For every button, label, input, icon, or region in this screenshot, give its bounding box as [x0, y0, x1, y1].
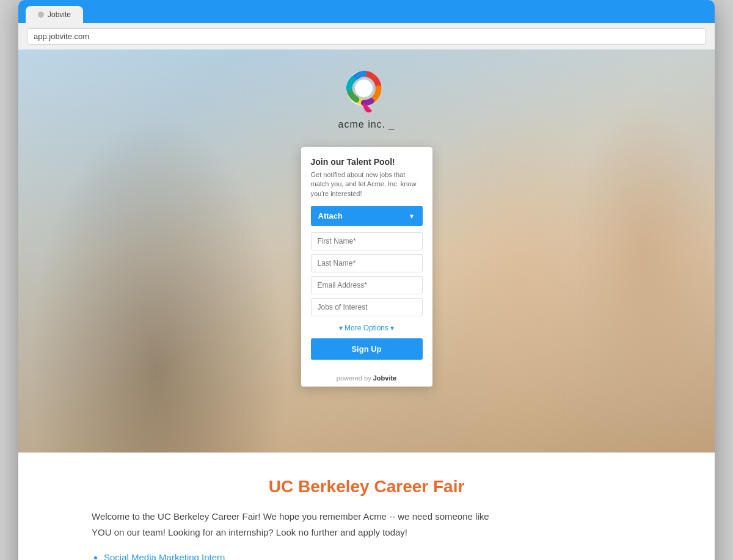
tab-label: Jobvite — [48, 10, 71, 19]
tab-dot — [38, 12, 44, 18]
powered-by-text: powered by — [337, 374, 371, 382]
sign-up-button[interactable]: Sign Up — [311, 338, 423, 360]
browser-top-bar: Jobvite — [18, 0, 715, 23]
jobs-list: Social Media Marketing Intern — [92, 552, 641, 560]
first-name-input[interactable] — [311, 232, 423, 250]
logo-area: acme inc. _ — [338, 68, 395, 130]
attach-chevron-icon: ▼ — [409, 213, 415, 220]
email-input[interactable] — [311, 276, 423, 294]
last-name-input[interactable] — [311, 254, 423, 272]
page-description: Welcome to the UC Berkeley Career Fair! … — [92, 509, 507, 540]
form-title: Join our Talent Pool! — [311, 157, 423, 167]
page-heading: UC Berkeley Career Fair — [92, 477, 641, 496]
browser-window: Jobvite app.jobvite.com — [18, 0, 715, 560]
content-area: UC Berkeley Career Fair Welcome to the U… — [18, 453, 715, 560]
address-bar[interactable]: app.jobvite.com — [27, 28, 706, 45]
more-options-toggle[interactable]: ▾ More Options ▾ — [311, 324, 423, 332]
company-logo — [342, 68, 391, 117]
talent-pool-form-card: Join our Talent Pool! Get notified about… — [301, 147, 432, 387]
powered-by-brand: Jobvite — [373, 374, 397, 382]
browser-chrome: Jobvite app.jobvite.com — [18, 0, 715, 49]
attach-button[interactable]: Attach ▼ — [311, 206, 423, 226]
hero-section: acme inc. _ Join our Talent Pool! Get no… — [18, 49, 715, 453]
browser-tab[interactable]: Jobvite — [26, 6, 83, 23]
attach-label: Attach — [318, 211, 343, 220]
svg-point-1 — [356, 79, 373, 97]
company-name: acme inc. _ — [338, 119, 395, 130]
list-item[interactable]: Social Media Marketing Intern — [104, 552, 641, 560]
powered-by-footer: powered by Jobvite — [301, 369, 432, 387]
address-bar-row: app.jobvite.com — [18, 23, 715, 49]
jobs-interest-input[interactable] — [311, 298, 423, 316]
form-subtitle: Get notified about new jobs that match y… — [311, 170, 423, 198]
